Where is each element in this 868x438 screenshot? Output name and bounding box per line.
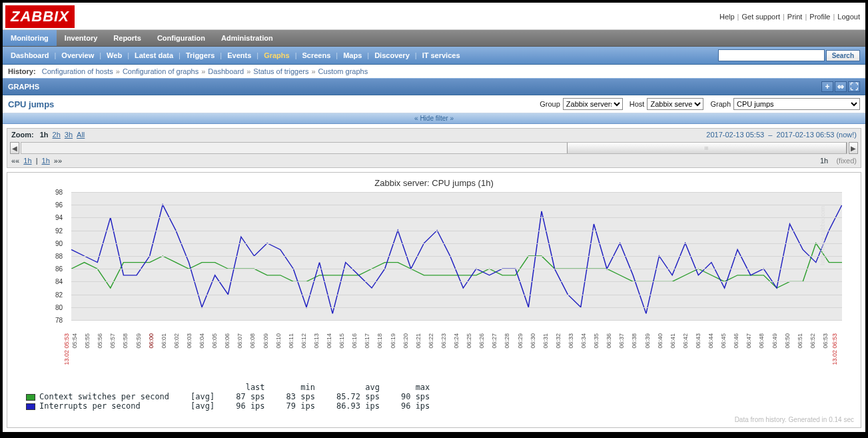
history-link[interactable]: Custom graphs [318, 67, 368, 75]
subnav-discovery[interactable]: Discovery [372, 50, 412, 61]
subnav-dashboard[interactable]: Dashboard [8, 50, 51, 61]
chart-title: Zabbix server: CPU jumps (1h) [7, 178, 861, 188]
zoom-label: Zoom: [11, 131, 34, 139]
host-select[interactable]: Zabbix server [647, 98, 703, 110]
subnav-overview[interactable]: Overview [59, 50, 97, 61]
chart-legend: lastminavgmaxContext switches per second… [23, 383, 845, 411]
nav-fwd-1h[interactable]: 1h [42, 157, 50, 165]
search-input[interactable] [718, 49, 825, 61]
subnav-maps[interactable]: Maps [340, 50, 364, 61]
subnav-it-services[interactable]: IT services [420, 50, 463, 61]
group-select[interactable]: Zabbix servers [563, 98, 623, 110]
logo[interactable]: ZABBIX [5, 5, 75, 28]
zoom-all[interactable]: All [77, 131, 85, 139]
nav-fwd-all[interactable]: »» [54, 157, 62, 165]
chart-footer: Data from history. Generated in 0.14 sec [7, 415, 861, 425]
fixed-label: (fixed) [836, 157, 857, 165]
nav-configuration[interactable]: Configuration [149, 30, 213, 46]
history-link[interactable]: Configuration of graphs [123, 67, 199, 75]
nav-monitoring[interactable]: Monitoring [3, 30, 57, 46]
subnav-graphs[interactable]: Graphs [261, 50, 292, 61]
top-link-logout[interactable]: Logout [837, 13, 860, 21]
top-link-help[interactable]: Help [719, 13, 735, 21]
page-title: CPU jumps [8, 99, 54, 109]
graph-select[interactable]: CPU jumps [733, 98, 860, 110]
host-label: Host [630, 100, 645, 108]
graph-label: Graph [710, 100, 731, 108]
period-display: 1h [820, 157, 828, 165]
nav-back-all[interactable]: «« [11, 157, 19, 165]
section-title: GRAPHS [8, 83, 39, 91]
zoom-3h[interactable]: 3h [65, 131, 73, 139]
date-range: 2017-02-13 05:53 – 2017-02-13 06:53 (now… [706, 131, 857, 139]
time-scrollbar-track[interactable] [21, 142, 847, 154]
nav-reports[interactable]: Reports [105, 30, 149, 46]
nav-sep: | [36, 157, 38, 165]
nav-administration[interactable]: Administration [213, 30, 281, 46]
nav-back-1h[interactable]: 1h [23, 157, 31, 165]
now-link[interactable]: (now!) [836, 131, 857, 139]
x-axis-labels: 13.02 05:5305:5405:5505:5605:5705:5805:5… [71, 332, 845, 379]
chart-plot-area: http://www.zabbix.com 788082848688909294… [23, 192, 845, 332]
zoom-2h[interactable]: 2h [53, 131, 61, 139]
group-label: Group [540, 100, 560, 108]
nav-inventory[interactable]: Inventory [57, 30, 106, 46]
fit-icon[interactable]: ⇔ [835, 81, 847, 92]
history-label: History: [8, 67, 36, 75]
top-link-get-support[interactable]: Get support [741, 13, 779, 21]
subnav-triggers[interactable]: Triggers [183, 50, 217, 61]
history-link[interactable]: Configuration of hosts [42, 67, 113, 75]
sub-nav: Dashboard|Overview|Web|Latest data|Trigg… [3, 47, 865, 65]
top-link-profile[interactable]: Profile [809, 13, 830, 21]
history-link[interactable]: Status of triggers [253, 67, 308, 75]
hide-filter-toggle[interactable]: « Hide filter » [3, 113, 865, 124]
add-icon[interactable]: + [821, 81, 833, 92]
breadcrumb-history: History: Configuration of hosts»Configur… [3, 65, 865, 78]
history-link[interactable]: Dashboard [208, 67, 244, 75]
zoom-1h[interactable]: 1h [40, 131, 49, 139]
search-button[interactable]: Search [826, 50, 860, 61]
fullscreen-icon[interactable]: ⛶ [848, 81, 860, 92]
subnav-screens[interactable]: Screens [300, 50, 334, 61]
main-nav: MonitoringInventoryReportsConfigurationA… [3, 29, 865, 47]
top-link-print[interactable]: Print [787, 13, 803, 21]
subnav-web[interactable]: Web [104, 50, 125, 61]
top-links: Help|Get support|Print|Profile|Logout [719, 13, 860, 21]
scroll-left-button[interactable]: ◀ [10, 142, 19, 154]
time-scrollbar-thumb[interactable] [567, 143, 847, 153]
subnav-latest-data[interactable]: Latest data [132, 50, 176, 61]
subnav-events[interactable]: Events [224, 50, 254, 61]
scroll-right-button[interactable]: ▶ [849, 142, 858, 154]
